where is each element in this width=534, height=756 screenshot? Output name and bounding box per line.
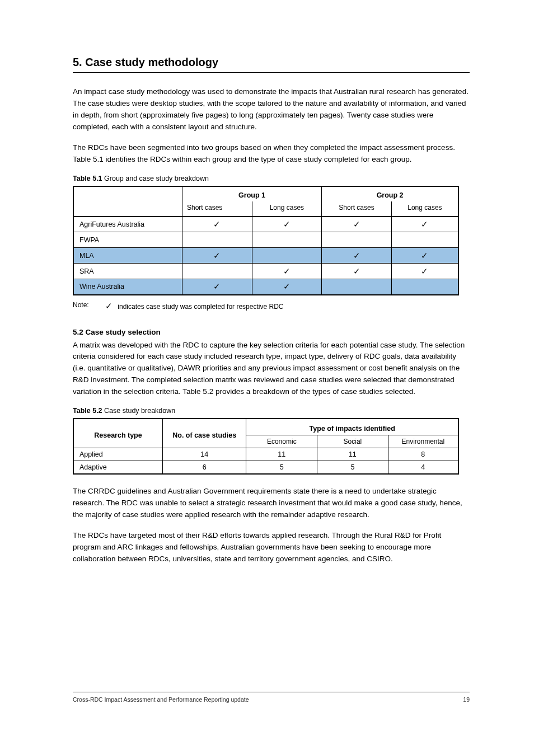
t1-cell: ✓	[322, 217, 392, 232]
t1-head-group1: Group 1	[182, 186, 321, 201]
t1-head-group2: Group 2	[322, 186, 458, 201]
t1-cell	[322, 279, 392, 295]
t2-sub-social: Social	[317, 435, 388, 448]
table-row: MLA✓✓✓	[73, 248, 458, 264]
intro-paragraph-1: An impact case study methodology was use…	[73, 86, 470, 133]
t1-sub-short-2: Short cases	[322, 201, 392, 217]
subsection-5-2-heading: 5.2 Case study selection	[73, 328, 470, 336]
t2-row-label: Applied	[73, 448, 162, 461]
t1-cell	[182, 264, 252, 279]
t1-body: AgriFutures Australia✓✓✓✓FWPAMLA✓✓✓SRA✓✓…	[73, 217, 458, 295]
note-content: ✓ indicates case study was completed for…	[105, 301, 283, 311]
t1-head-blank	[73, 186, 182, 217]
table-case-study-breakdown: Research type No. of case studies Type o…	[73, 418, 459, 475]
table-row: Wine Australia✓✓	[73, 279, 458, 295]
t1-row-label: MLA	[73, 248, 182, 264]
t1-cell: ✓	[182, 279, 252, 295]
table1-note: Note: ✓ indicates case study was complet…	[73, 301, 470, 311]
check-icon: ✓	[421, 266, 428, 276]
t1-cell: ✓	[322, 248, 392, 264]
table-row: AgriFutures Australia✓✓✓✓	[73, 217, 458, 232]
t2-cell: 6	[162, 461, 246, 475]
t2-cell: 5	[246, 461, 317, 475]
t1-sub-short-1: Short cases	[182, 201, 252, 217]
footer-left-text: Cross-RDC Impact Assessment and Performa…	[73, 696, 249, 703]
table1-caption: Table 5.1 Group and case study breakdown	[73, 175, 470, 182]
check-icon: ✓	[283, 219, 291, 229]
t1-cell: ✓	[252, 279, 322, 295]
t1-sub-long-2: Long cases	[391, 201, 458, 217]
note-text: indicates case study was completed for r…	[118, 303, 283, 311]
t1-cell	[391, 232, 458, 248]
t1-cell	[252, 232, 322, 248]
t1-row-label: SRA	[73, 264, 182, 279]
table1-label: Table 5.1	[73, 175, 102, 182]
t1-sub-long-1: Long cases	[252, 201, 322, 217]
check-icon: ✓	[213, 219, 221, 229]
table-group-case-breakdown: Group 1 Group 2 Short cases Long cases S…	[73, 186, 459, 295]
t2-body: Applied1411118Adaptive6554	[73, 448, 458, 475]
t1-cell	[182, 232, 252, 248]
t2-cell: 11	[246, 448, 317, 461]
t2-head-count: No. of case studies	[162, 419, 246, 448]
t2-cell: 8	[388, 448, 458, 461]
table-row: Applied1411118	[73, 448, 458, 461]
t2-cell: 5	[317, 461, 388, 475]
check-icon: ✓	[283, 281, 291, 291]
note-label: Note:	[73, 301, 100, 309]
check-icon: ✓	[353, 219, 360, 229]
table2-label: Table 5.2	[73, 407, 102, 415]
check-icon: ✓	[353, 251, 360, 260]
section-title: 5. Case study methodology	[73, 56, 470, 73]
table-row: SRA✓✓✓	[73, 264, 458, 279]
t1-cell: ✓	[252, 217, 322, 232]
outro-paragraph-1: The CRRDC guidelines and Australian Gove…	[73, 486, 470, 521]
t1-row-label: FWPA	[73, 232, 182, 248]
t1-cell: ✓	[322, 264, 392, 279]
t2-sub-environmental: Environmental	[388, 435, 458, 448]
check-icon: ✓	[421, 219, 428, 229]
t1-cell	[391, 279, 458, 295]
check-icon: ✓	[353, 266, 360, 276]
t1-cell: ✓	[252, 264, 322, 279]
table2-caption: Table 5.2 Case study breakdown	[73, 407, 470, 415]
intro-paragraph-2: The RDCs have been segmented into two gr…	[73, 142, 470, 166]
check-icon: ✓	[105, 301, 113, 311]
t2-cell: 11	[317, 448, 388, 461]
footer-rule	[73, 692, 470, 693]
t1-cell	[252, 248, 322, 264]
table1-caption-text: Group and case study breakdown	[104, 175, 209, 182]
t1-cell: ✓	[391, 264, 458, 279]
t1-cell: ✓	[391, 217, 458, 232]
t1-cell	[322, 232, 392, 248]
check-icon: ✓	[421, 251, 428, 260]
t2-head-research-type: Research type	[73, 419, 162, 448]
t1-cell: ✓	[391, 248, 458, 264]
check-icon: ✓	[213, 251, 221, 260]
t1-cell: ✓	[182, 248, 252, 264]
table2-caption-text: Case study breakdown	[104, 407, 175, 415]
outro-paragraph-2: The RDCs have targeted most of their R&D…	[73, 530, 470, 565]
table-row: FWPA	[73, 232, 458, 248]
t1-cell: ✓	[182, 217, 252, 232]
t1-row-label: Wine Australia	[73, 279, 182, 295]
section-5-2-para: A matrix was developed with the RDC to c…	[73, 340, 470, 398]
table-row: Adaptive6554	[73, 461, 458, 475]
t2-row-label: Adaptive	[73, 461, 162, 475]
t2-head-impact-group: Type of impacts identified	[246, 419, 458, 435]
check-icon: ✓	[213, 281, 221, 291]
t2-sub-economic: Economic	[246, 435, 317, 448]
footer-page-number: 19	[463, 696, 470, 703]
page-footer: Cross-RDC Impact Assessment and Performa…	[0, 692, 534, 703]
check-icon: ✓	[283, 266, 291, 276]
t2-cell: 14	[162, 448, 246, 461]
t2-cell: 4	[388, 461, 458, 475]
t1-row-label: AgriFutures Australia	[73, 217, 182, 232]
